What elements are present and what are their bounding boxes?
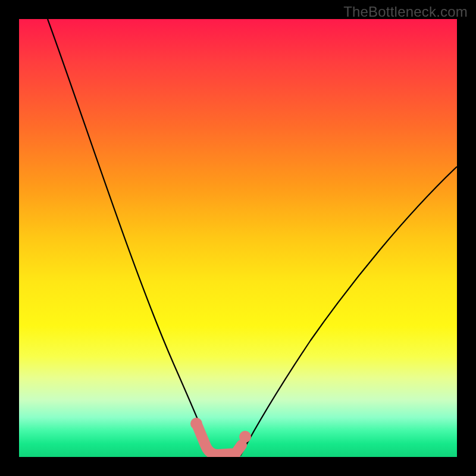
chart-plot-area [19, 19, 457, 457]
right-curve-line [240, 167, 457, 456]
chart-frame: TheBottleneck.com [0, 0, 476, 476]
watermark-text: TheBottleneck.com [343, 4, 468, 20]
valley-marker-segment [198, 426, 242, 455]
valley-marker-dot-right [239, 431, 251, 443]
chart-curves [19, 19, 457, 457]
left-curve-line [48, 19, 211, 456]
